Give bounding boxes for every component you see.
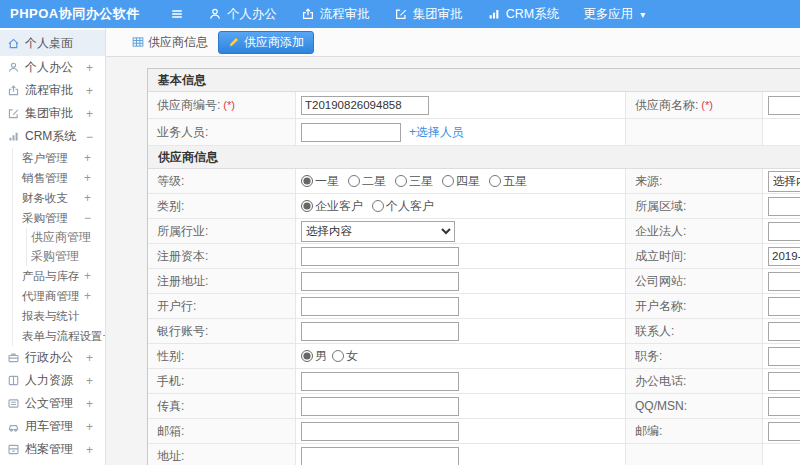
sidebar-item-form-flow-settings[interactable]: 表单与流程设置 + <box>13 326 105 346</box>
expand-plus-icon[interactable]: + <box>86 351 93 365</box>
tab-supplier-info[interactable]: 供应商信息 <box>132 34 208 51</box>
region-input[interactable] <box>768 197 800 216</box>
sidebar-item-desktop[interactable]: 个人桌面 <box>0 30 105 56</box>
address-input[interactable] <box>301 447 459 465</box>
expand-plus-icon[interactable]: + <box>84 151 91 165</box>
reg-address-input[interactable] <box>301 272 459 291</box>
field-label: 开户名称: <box>635 298 686 315</box>
required-mark: (*) <box>701 99 713 111</box>
supplier-no-input[interactable] <box>301 96 429 115</box>
level-radio[interactable] <box>348 175 360 187</box>
category-radio[interactable] <box>372 200 384 212</box>
sidebar-item-purchasing[interactable]: 采购管理 <box>27 247 105 266</box>
gender-label: 性别: <box>148 344 296 369</box>
position-label: 职务: <box>626 344 763 369</box>
sidebar-item-agent-mgmt[interactable]: 代理商管理 + <box>13 286 105 306</box>
level-option[interactable]: 五星 <box>489 173 527 190</box>
contact-input[interactable] <box>768 322 800 341</box>
expand-plus-icon[interactable]: + <box>84 191 91 205</box>
collapse-minus-icon[interactable]: − <box>86 130 93 144</box>
legal-person-input[interactable] <box>768 222 800 241</box>
gender-option[interactable]: 男 <box>301 348 327 365</box>
sidebar-item-workflow-approval[interactable]: 流程审批 + <box>0 79 105 102</box>
email-input[interactable] <box>301 422 459 441</box>
expand-plus-icon[interactable]: + <box>86 61 93 75</box>
topmenu-crm-system[interactable]: CRM系统 <box>487 6 559 23</box>
tab-supplier-add[interactable]: 供应商添加 <box>218 31 314 54</box>
category-radio[interactable] <box>301 200 313 212</box>
zip-label: 邮编: <box>626 419 763 444</box>
topmenu-more-apps[interactable]: 更多应用 ▾ <box>583 6 645 23</box>
topmenu-workflow-approval[interactable]: 流程审批 <box>301 6 370 23</box>
category-option[interactable]: 个人客户 <box>372 198 434 215</box>
sales-person-cell: +选择人员 <box>296 119 626 146</box>
mobile-input[interactable] <box>301 372 459 391</box>
field-label: 等级: <box>157 173 184 190</box>
account-no-input[interactable] <box>301 322 459 341</box>
expand-plus-icon[interactable]: + <box>84 171 91 185</box>
expand-plus-icon[interactable]: + <box>86 107 93 121</box>
collapse-minus-icon[interactable]: − <box>84 211 91 225</box>
industry-select[interactable]: 选择内容 <box>301 221 455 242</box>
sidebar-item-vehicle-mgmt[interactable]: 用车管理 + <box>0 415 105 438</box>
sidebar-item-hr[interactable]: 人力资源 + <box>0 369 105 392</box>
category-label: 类别: <box>148 194 296 219</box>
level-radio[interactable] <box>395 175 407 187</box>
level-radio[interactable] <box>489 175 501 187</box>
gender-radio[interactable] <box>332 350 344 362</box>
sidebar-item-customer-mgmt[interactable]: 客户管理 + <box>13 148 105 168</box>
sidebar-item-crm-system[interactable]: CRM系统 − <box>0 125 105 148</box>
source-select[interactable]: 选择内容 <box>768 171 800 192</box>
level-option[interactable]: 四星 <box>442 173 480 190</box>
office-phone-input[interactable] <box>768 372 800 391</box>
founded-date-input[interactable] <box>768 247 800 266</box>
expand-plus-icon[interactable]: + <box>84 289 91 303</box>
field-label: 注册地址: <box>157 273 208 290</box>
expand-plus-icon[interactable]: + <box>86 84 93 98</box>
sidebar-item-supplier-mgmt[interactable]: 供应商管理 <box>27 228 105 247</box>
position-input[interactable] <box>768 347 800 366</box>
expand-plus-icon[interactable]: + <box>86 397 93 411</box>
zip-input[interactable] <box>768 422 800 441</box>
capital-label: 注册资本: <box>148 244 296 269</box>
sidebar-item-personal-office[interactable]: 个人办公 + <box>0 56 105 79</box>
account-name-input[interactable] <box>768 297 800 316</box>
gender-radio[interactable] <box>301 350 313 362</box>
section-header-supplier-info: 供应商信息 <box>148 146 800 169</box>
gender-option[interactable]: 女 <box>332 348 358 365</box>
gender-radio-group: 男 女 <box>301 348 358 365</box>
fax-input[interactable] <box>301 397 459 416</box>
sidebar-item-product-stock[interactable]: 产品与库存 + <box>13 266 105 286</box>
website-input[interactable] <box>768 272 800 291</box>
category-option[interactable]: 企业客户 <box>301 198 363 215</box>
select-person-link[interactable]: +选择人员 <box>409 124 464 141</box>
sidebar-item-documents[interactable]: 公文管理 + <box>0 392 105 415</box>
expand-plus-icon[interactable]: + <box>86 443 93 457</box>
sidebar-item-archive-mgmt[interactable]: 档案管理 + <box>0 438 105 461</box>
sidebar-item-finance[interactable]: 财务收支 + <box>13 188 105 208</box>
top-menu: 个人办公 流程审批 集团审批 CRM系统 更多应用 ▾ <box>184 6 646 23</box>
level-option[interactable]: 一星 <box>301 173 339 190</box>
bank-input[interactable] <box>301 297 459 316</box>
sidebar-item-reports[interactable]: 报表与统计 <box>13 306 105 326</box>
top-navigation-bar: PHPOA协同办公软件 个人办公 流程审批 集团审批 CRM系统 更多应用 ▾ <box>0 0 800 28</box>
level-radio[interactable] <box>301 175 313 187</box>
sidebar-item-label: 财务收支 <box>22 191 84 206</box>
sidebar-item-admin-office[interactable]: 行政办公 + <box>0 346 105 369</box>
topmenu-personal-office[interactable]: 个人办公 <box>208 6 277 23</box>
mobile-cell <box>296 369 626 394</box>
sidebar-toggle-button[interactable] <box>170 7 184 21</box>
sidebar-item-group-approval[interactable]: 集团审批 + <box>0 102 105 125</box>
expand-plus-icon[interactable]: + <box>84 269 91 283</box>
level-radio[interactable] <box>442 175 454 187</box>
expand-plus-icon[interactable]: + <box>86 420 93 434</box>
level-option[interactable]: 二星 <box>348 173 386 190</box>
supplier-name-input[interactable] <box>768 96 800 115</box>
qq-msn-input[interactable] <box>768 397 800 416</box>
expand-plus-icon[interactable]: + <box>86 374 93 388</box>
sidebar-item-purchase-mgmt[interactable]: 采购管理 − <box>13 208 105 228</box>
topmenu-group-approval[interactable]: 集团审批 <box>394 6 463 23</box>
sidebar-item-sales-mgmt[interactable]: 销售管理 + <box>13 168 105 188</box>
capital-input[interactable] <box>301 247 459 266</box>
level-option[interactable]: 三星 <box>395 173 433 190</box>
